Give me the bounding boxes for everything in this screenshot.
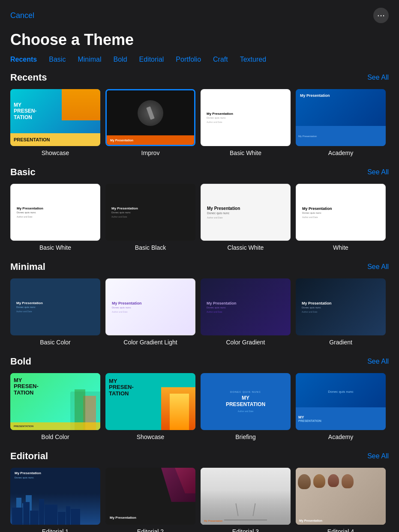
theme-thumb-showcase: MYPRESEN-TATION PRESENTATION	[10, 89, 100, 146]
theme-item-white[interactable]: My Presentation Donec quis nunc Author a…	[296, 184, 386, 251]
cancel-button[interactable]: Cancel	[10, 11, 34, 20]
theme-name-bold-color: Bold Color	[41, 433, 69, 440]
theme-thumb-editorial-1: My Presentation Donec quis nunc	[10, 468, 100, 525]
theme-name-showcase: Showcase	[42, 149, 69, 156]
theme-item-basic-white[interactable]: My Presentation Donec quis nunc Author a…	[10, 184, 100, 251]
bw-slide-sub: Donec quis nunc	[17, 211, 94, 214]
theme-name-editorial-2: Editorial 2	[137, 528, 164, 532]
theme-item-classic-white[interactable]: My Presentation Donec quis nunc Author a…	[201, 184, 291, 251]
more-icon: ···	[377, 10, 385, 21]
editorial-see-all[interactable]: See All	[367, 452, 389, 460]
cg-slide-author: Author and Date	[207, 311, 285, 313]
recents-header: Recents See All	[10, 72, 389, 83]
basic-see-all[interactable]: See All	[367, 168, 389, 176]
theme-thumb-basic-black: My Presentation Donec quis nunc Author a…	[105, 184, 195, 241]
cw-slide-title: My Presentation	[207, 206, 284, 211]
tab-minimal[interactable]: Minimal	[78, 56, 101, 63]
theme-thumb-basic-white: My Presentation Donec quis nunc Author a…	[10, 184, 100, 241]
theme-thumb-basic-color: My Presentation Donec quis nunc Author a…	[10, 278, 100, 335]
bold-section: Bold See All MYPRESEN-TATION PRESENTATIO…	[0, 356, 399, 451]
theme-item-academy-recent[interactable]: My Presentation My Presentation Academy	[296, 89, 386, 156]
theme-item-basic-white-recent[interactable]: My Presentation Donec quis nunc Author a…	[201, 89, 291, 156]
w-slide-sub: Donec quis nunc	[302, 212, 379, 214]
editorial-title: Editorial	[10, 451, 48, 462]
bb-slide-author: Author and Date	[111, 215, 189, 218]
theme-thumb-editorial-2: My Presentation	[105, 468, 195, 525]
theme-thumb-bold-academy: Donec quis nunc MY PRESENTATION	[296, 373, 386, 430]
bold-title: Bold	[10, 356, 31, 367]
theme-name-gradient: Gradient	[329, 339, 352, 346]
theme-name-basic-black: Basic Black	[135, 244, 166, 251]
theme-thumb-classic-white: My Presentation Donec quis nunc Author a…	[201, 184, 291, 241]
minimal-see-all[interactable]: See All	[367, 263, 389, 271]
g-slide-sub: Donec quis nunc	[302, 306, 380, 309]
g-slide-author: Author and Date	[302, 311, 380, 313]
g-slide-title: My Presentation	[302, 301, 380, 305]
minimal-title: Minimal	[10, 261, 45, 272]
theme-item-editorial-3[interactable]: My Presentation Editorial 3	[201, 468, 291, 532]
theme-name-editorial-3: Editorial 3	[232, 528, 259, 532]
nav-tabs: Recents Basic Minimal Bold Editorial Por…	[0, 56, 399, 72]
bw-slide-author: Author and Date	[17, 215, 94, 218]
slide-subtitle: Donec quis nunc	[207, 117, 285, 119]
tab-basic[interactable]: Basic	[49, 56, 66, 63]
recents-see-all[interactable]: See All	[367, 74, 389, 81]
cw-slide-author: Author and Date	[207, 216, 284, 219]
theme-name-white: White	[333, 244, 348, 251]
more-button[interactable]: ···	[373, 8, 389, 23]
theme-item-showcase[interactable]: MYPRESEN-TATION PRESENTATION Showcase	[10, 89, 100, 156]
theme-item-color-gradient[interactable]: My Presentation Donec quis nunc Author a…	[201, 278, 291, 346]
tab-editorial[interactable]: Editorial	[139, 56, 164, 63]
theme-thumb-gradient: My Presentation Donec quis nunc Author a…	[296, 278, 386, 335]
theme-thumb-editorial-4: My Presentation	[296, 468, 386, 525]
theme-item-improv[interactable]: My Presentation Improv	[105, 89, 195, 156]
theme-name-color-gradient-light: Color Gradient Light	[123, 339, 177, 346]
minimal-header: Minimal See All	[10, 261, 389, 272]
theme-item-editorial-1[interactable]: My Presentation Donec quis nunc	[10, 468, 100, 532]
cg-slide-sub: Donec quis nunc	[207, 306, 285, 309]
cw-slide-sub: Donec quis nunc	[207, 212, 284, 215]
bc-slide-sub: Donec quis nunc	[16, 306, 94, 308]
bc-slide-author: Author and Date	[16, 310, 94, 313]
theme-item-editorial-2[interactable]: My Presentation Editorial 2	[105, 468, 195, 532]
theme-name-basic-white-recent: Basic White	[230, 149, 261, 156]
theme-item-bold-briefing[interactable]: Donec quis nunc MYPRESENTATION Author an…	[201, 373, 291, 440]
theme-item-editorial-4[interactable]: My Presentation Editorial 4	[296, 468, 386, 532]
theme-name-editorial-4: Editorial 4	[327, 528, 354, 532]
editorial-section: Editorial See All My Presentation D	[0, 451, 399, 532]
theme-name-editorial-1: Editorial 1	[42, 528, 69, 532]
theme-name-color-gradient: Color Gradient	[226, 339, 265, 346]
theme-name-basic-white: Basic White	[39, 244, 71, 251]
theme-thumb-improv: My Presentation	[105, 89, 195, 146]
slide-author: Author and Date	[207, 121, 285, 123]
w-slide-title: My Presentation	[302, 206, 379, 211]
bold-see-all[interactable]: See All	[367, 358, 389, 365]
theme-thumb-basic-white-recent: My Presentation Donec quis nunc Author a…	[201, 89, 291, 146]
theme-item-basic-black[interactable]: My Presentation Donec quis nunc Author a…	[105, 184, 195, 251]
theme-thumb-color-gradient-light: My Presentation Donec quis nunc Author a…	[105, 278, 195, 335]
improv-band-text: My Presentation	[110, 139, 133, 142]
minimal-row: My Presentation Donec quis nunc Author a…	[10, 278, 389, 346]
cgl-slide-author: Author and Date	[112, 311, 189, 313]
theme-item-gradient[interactable]: My Presentation Donec quis nunc Author a…	[296, 278, 386, 346]
basic-row: My Presentation Donec quis nunc Author a…	[10, 184, 389, 251]
theme-thumb-editorial-3: My Presentation	[201, 468, 291, 525]
minimal-section: Minimal See All My Presentation Donec qu…	[0, 261, 399, 356]
tab-textured[interactable]: Textured	[240, 56, 266, 63]
theme-item-bold-academy[interactable]: Donec quis nunc MY PRESENTATION Academy	[296, 373, 386, 440]
recents-title: Recents	[10, 72, 47, 83]
tab-portfolio[interactable]: Portfolio	[176, 56, 201, 63]
bold-header: Bold See All	[10, 356, 389, 367]
tab-craft[interactable]: Craft	[213, 56, 228, 63]
tab-bold[interactable]: Bold	[114, 56, 127, 63]
tab-recents[interactable]: Recents	[10, 56, 37, 63]
theme-item-basic-color[interactable]: My Presentation Donec quis nunc Author a…	[10, 278, 100, 346]
theme-thumb-white: My Presentation Donec quis nunc Author a…	[296, 184, 386, 241]
recents-section: Recents See All MYPRESEN-TATION PRESENTA…	[0, 72, 399, 167]
theme-item-color-gradient-light[interactable]: My Presentation Donec quis nunc Author a…	[105, 278, 195, 346]
theme-item-bold-showcase[interactable]: MYPRESEN-TATION Showcase	[105, 373, 195, 440]
theme-name-classic-white: Classic White	[228, 244, 264, 251]
theme-name-improv: Improv	[141, 149, 160, 156]
theme-item-bold-color[interactable]: MYPRESEN-TATION PRESENTATION Bold Color	[10, 373, 100, 440]
bw-slide-title: My Presentation	[17, 206, 94, 210]
